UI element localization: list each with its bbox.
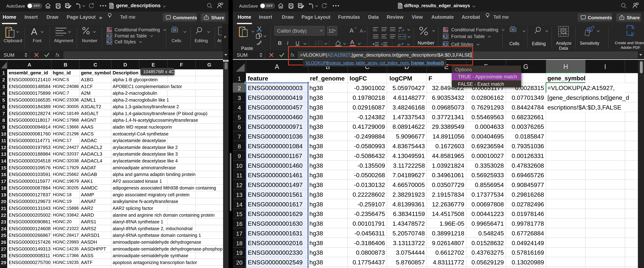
svg-text:c: c bbox=[398, 29, 400, 32]
